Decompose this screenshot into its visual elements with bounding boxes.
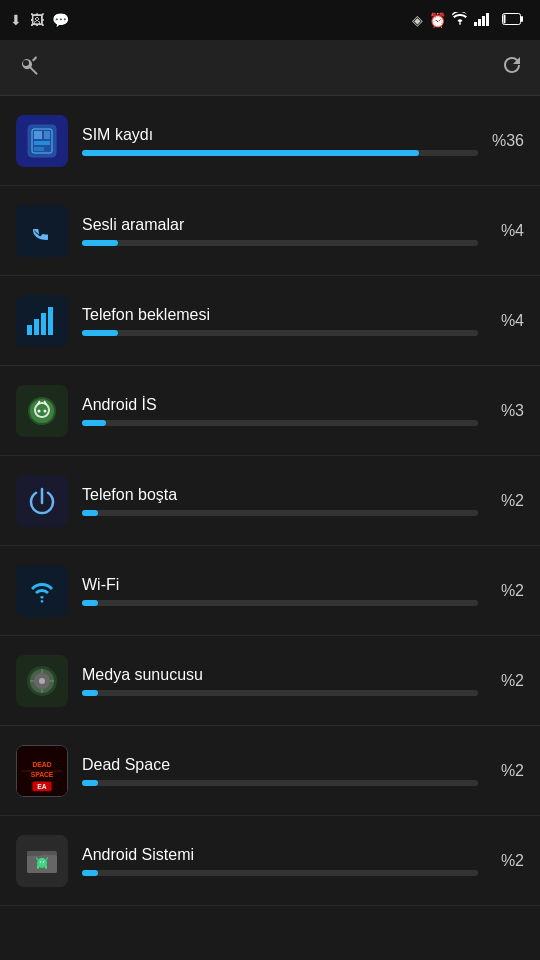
item-content-medya-sunucusu: Medya sunucusu	[82, 666, 478, 696]
item-bar-fill-dead-space	[82, 780, 98, 786]
item-name-medya-sunucusu: Medya sunucusu	[82, 666, 478, 684]
svg-rect-15	[41, 313, 46, 335]
battery-item-telefon-beklemesi[interactable]: Telefon beklemesi %4	[0, 276, 540, 366]
svg-rect-12	[34, 147, 44, 151]
item-content-telefon-bosta: Telefon boşta	[82, 486, 478, 516]
svg-point-19	[38, 409, 41, 412]
svg-rect-3	[486, 13, 489, 26]
item-bar-fill-android-is	[82, 420, 106, 426]
svg-rect-14	[34, 319, 39, 335]
signal-status-icon	[474, 12, 490, 29]
svg-point-36	[40, 861, 41, 862]
item-name-dead-space: Dead Space	[82, 756, 478, 774]
battery-item-wifi[interactable]: Wi-Fi %2	[0, 546, 540, 636]
item-name-wifi: Wi-Fi	[82, 576, 478, 594]
item-bar-bg-medya-sunucusu	[82, 690, 478, 696]
item-bar-fill-telefon-bosta	[82, 510, 98, 516]
svg-rect-11	[34, 141, 50, 145]
item-bar-fill-android-sistemi	[82, 870, 98, 876]
battery-item-android-is[interactable]: Android İS %3	[0, 366, 540, 456]
item-bar-fill-sesli-aramalar	[82, 240, 118, 246]
refresh-button[interactable]	[500, 53, 524, 83]
top-bar	[0, 40, 540, 96]
battery-icon	[502, 12, 524, 28]
item-name-android-sistemi: Android Sistemi	[82, 846, 478, 864]
notification-icon: ⬇	[10, 12, 22, 28]
item-content-sim-kaydi: SIM kaydı	[82, 126, 478, 156]
battery-item-android-sistemi[interactable]: Android Sistemi %2	[0, 816, 540, 906]
battery-list: SIM kaydı %36 Sesli aramalar %4	[0, 96, 540, 906]
item-name-sesli-aramalar: Sesli aramalar	[82, 216, 478, 234]
item-bar-bg-wifi	[82, 600, 478, 606]
battery-item-telefon-bosta[interactable]: Telefon boşta %2	[0, 456, 540, 546]
item-bar-fill-sim-kaydi	[82, 150, 419, 156]
top-bar-left	[16, 53, 50, 83]
svg-rect-1	[478, 19, 481, 26]
battery-item-medya-sunucusu[interactable]: Medya sunucusu %2	[0, 636, 540, 726]
svg-text:DEAD: DEAD	[32, 761, 51, 768]
svg-rect-34	[27, 851, 41, 856]
item-name-telefon-bosta: Telefon boşta	[82, 486, 478, 504]
item-percent-telefon-beklemesi: %4	[488, 312, 524, 330]
svg-rect-2	[482, 16, 485, 26]
item-bar-bg-telefon-beklemesi	[82, 330, 478, 336]
item-percent-sesli-aramalar: %4	[488, 222, 524, 240]
item-bar-fill-telefon-beklemesi	[82, 330, 118, 336]
item-content-dead-space: Dead Space	[82, 756, 478, 786]
item-bar-fill-wifi	[82, 600, 98, 606]
item-content-sesli-aramalar: Sesli aramalar	[82, 216, 478, 246]
image-icon: 🖼	[30, 12, 44, 28]
status-icons-right: ◈ ⏰	[412, 12, 530, 29]
battery-item-sim-kaydi[interactable]: SIM kaydı %36	[0, 96, 540, 186]
item-percent-sim-kaydi: %36	[488, 132, 524, 150]
item-percent-android-sistemi: %2	[488, 852, 524, 870]
status-icons-left: ⬇ 🖼 💬	[10, 12, 69, 28]
item-bar-bg-telefon-bosta	[82, 510, 478, 516]
svg-rect-13	[27, 325, 32, 335]
wifi-status-icon	[452, 12, 468, 29]
item-content-telefon-beklemesi: Telefon beklemesi	[82, 306, 478, 336]
svg-rect-9	[34, 131, 42, 139]
svg-point-37	[43, 861, 44, 862]
item-percent-medya-sunucusu: %2	[488, 672, 524, 690]
svg-rect-0	[474, 22, 477, 26]
item-bar-bg-dead-space	[82, 780, 478, 786]
svg-rect-16	[48, 307, 53, 335]
svg-rect-5	[504, 15, 506, 24]
item-name-sim-kaydi: SIM kaydı	[82, 126, 478, 144]
item-bar-bg-sim-kaydi	[82, 150, 478, 156]
svg-text:SPACE: SPACE	[31, 770, 54, 777]
svg-text:EA: EA	[37, 783, 46, 790]
item-percent-wifi: %2	[488, 582, 524, 600]
svg-point-20	[44, 409, 47, 412]
item-bar-bg-android-is	[82, 420, 478, 426]
whatsapp-icon: 💬	[52, 12, 69, 28]
wrench-icon	[16, 53, 40, 83]
item-bar-bg-sesli-aramalar	[82, 240, 478, 246]
svg-rect-38	[37, 865, 39, 869]
item-bar-fill-medya-sunucusu	[82, 690, 98, 696]
item-name-android-is: Android İS	[82, 396, 478, 414]
item-content-android-sistemi: Android Sistemi	[82, 846, 478, 876]
item-content-wifi: Wi-Fi	[82, 576, 478, 606]
battery-item-dead-space[interactable]: DEAD SPACE EA Dead Space %2	[0, 726, 540, 816]
item-percent-dead-space: %2	[488, 762, 524, 780]
alarm-icon: ⏰	[429, 12, 446, 28]
battery-item-sesli-aramalar[interactable]: Sesli aramalar %4	[0, 186, 540, 276]
status-bar: ⬇ 🖼 💬 ◈ ⏰	[0, 0, 540, 40]
svg-point-24	[39, 678, 45, 684]
item-bar-bg-android-sistemi	[82, 870, 478, 876]
svg-rect-39	[45, 865, 47, 869]
item-name-telefon-beklemesi: Telefon beklemesi	[82, 306, 478, 324]
item-content-android-is: Android İS	[82, 396, 478, 426]
svg-rect-10	[44, 131, 50, 139]
antivirus-icon: ◈	[412, 12, 423, 28]
item-percent-android-is: %3	[488, 402, 524, 420]
item-percent-telefon-bosta: %2	[488, 492, 524, 510]
svg-rect-6	[521, 16, 523, 22]
